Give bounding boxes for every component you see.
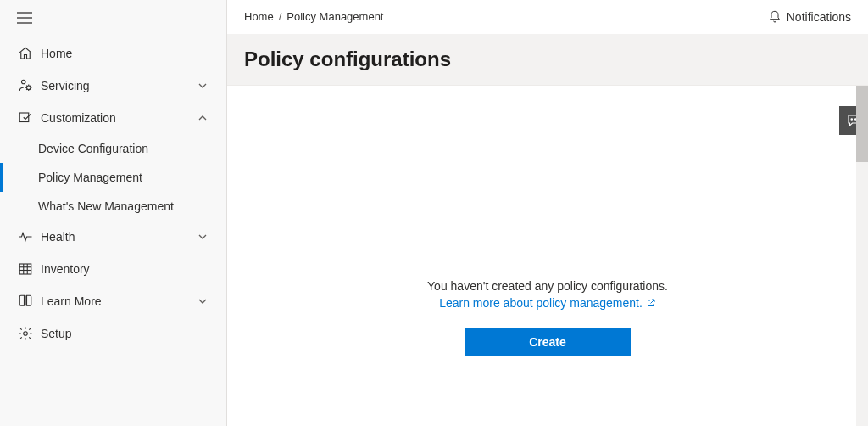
nav-item-inventory[interactable]: Inventory [0,253,226,285]
subnav-label: Device Configuration [38,142,148,155]
topbar: Home / Policy Management Notifications [227,0,868,34]
scrollbar-thumb[interactable] [856,86,868,162]
page-title: Policy configurations [244,48,851,71]
chevron-up-icon [196,111,209,125]
svg-point-3 [22,80,26,84]
svg-point-12 [24,332,28,336]
nav-item-setup[interactable]: Setup [0,317,226,350]
breadcrumb-separator: / [279,10,282,23]
subnav-policy-management[interactable]: Policy Management [0,163,226,192]
nav-item-label: Learn More [41,294,196,308]
subnav-label: What's New Management [38,199,174,213]
breadcrumb-current: Policy Management [287,10,383,23]
inventory-icon [17,261,34,277]
customization-icon [17,109,34,126]
notifications-button[interactable]: Notifications [768,10,851,24]
nav-item-home[interactable]: Home [0,37,226,70]
servicing-icon [17,77,34,94]
nav-item-learn-more[interactable]: Learn More [0,285,226,317]
chevron-down-icon [196,79,209,92]
nav-item-label: Home [41,47,209,60]
setup-icon [17,325,34,342]
empty-state: You haven't created any policy configura… [227,279,868,356]
health-icon [17,228,34,245]
create-button[interactable]: Create [465,328,631,356]
subnav-label: Policy Management [38,171,142,184]
breadcrumb: Home / Policy Management [244,10,383,23]
nav-item-label: Servicing [41,79,196,92]
external-link-icon [646,298,656,308]
hamburger-menu-button[interactable] [0,0,226,34]
sidebar: Home Servicing Customization [0,0,227,426]
learn-more-icon [17,293,34,310]
subnav-whats-new-management[interactable]: What's New Management [0,192,226,221]
nav-item-label: Customization [41,111,196,125]
svg-rect-6 [19,264,31,274]
nav-item-customization[interactable]: Customization [0,102,226,134]
bell-icon [768,10,782,24]
nav-item-health[interactable]: Health [0,221,226,253]
empty-message: You haven't created any policy configura… [427,279,668,293]
learn-more-link[interactable]: Learn more about policy management. [439,296,656,310]
content-area: You haven't created any policy configura… [227,86,868,426]
chevron-down-icon [196,230,209,244]
nav-item-label: Inventory [41,262,209,276]
main-nav: Home Servicing Customization [0,34,226,350]
page-header: Policy configurations [227,34,868,86]
learn-more-text: Learn more about policy management. [439,296,643,310]
home-icon [17,45,34,62]
subnav-device-configuration[interactable]: Device Configuration [0,134,226,163]
main-content: Home / Policy Management Notifications P… [227,0,868,426]
nav-item-label: Health [41,230,196,244]
nav-item-label: Setup [41,327,209,340]
hamburger-icon [17,12,209,24]
breadcrumb-home[interactable]: Home [244,10,274,23]
svg-point-13 [851,119,853,121]
chevron-down-icon [196,294,209,308]
scrollbar[interactable] [856,86,868,426]
svg-point-4 [27,86,31,90]
customization-subnav: Device Configuration Policy Management W… [0,134,226,221]
nav-item-servicing[interactable]: Servicing [0,70,226,102]
notifications-label: Notifications [787,10,851,24]
